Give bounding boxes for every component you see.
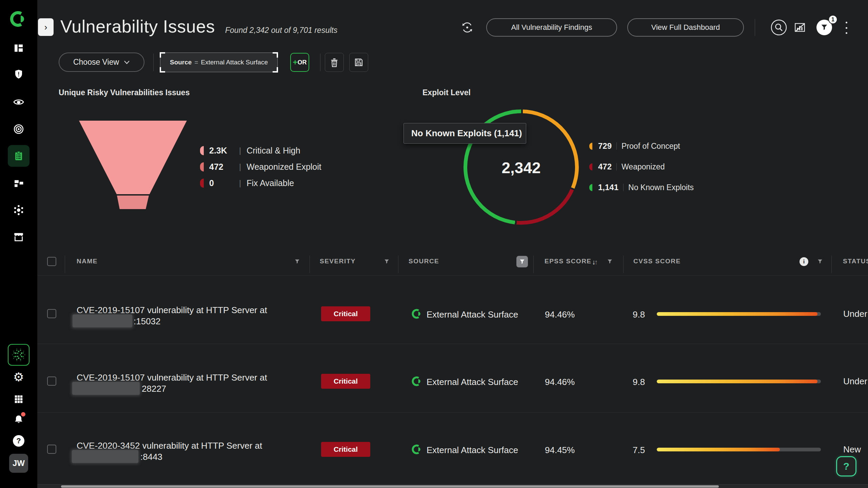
gear-icon[interactable]: ⚙ — [13, 371, 25, 383]
ai-radar-icon[interactable] — [8, 344, 29, 366]
redacted-host — [72, 450, 138, 463]
notification-dot — [21, 412, 25, 416]
stat-separator: | — [239, 146, 241, 155]
funnel-chart[interactable] — [79, 121, 187, 209]
help-button[interactable]: ? — [836, 456, 856, 476]
funnel-stat-weaponized: 472 | Weaponized Exploit — [200, 162, 321, 172]
donut-tooltip: No Known Exploits (1,141) — [403, 123, 526, 144]
epss-score-cell: 94.46% — [545, 309, 575, 320]
row-checkbox[interactable] — [47, 309, 56, 318]
status-cell: Under I — [843, 372, 868, 390]
name-filter-funnel-icon[interactable] — [294, 258, 300, 265]
vulnerability-name-suffix[interactable]: :15032 — [134, 316, 161, 327]
column-header-status[interactable]: STATUS — [843, 258, 868, 265]
column-header-name[interactable]: NAME — [77, 258, 98, 265]
expand-sidebar-button[interactable]: › — [38, 18, 54, 36]
cvss-score-bar — [657, 448, 821, 451]
chart-edit-icon[interactable] — [793, 20, 807, 35]
source-cell: External Attack Surface — [427, 377, 518, 387]
column-header-source[interactable]: SOURCE — [409, 258, 439, 265]
vulnerability-name-line1[interactable]: CVE-2019-15107 vulnerability at HTTP Ser… — [77, 305, 267, 316]
severity-badge: Critical — [321, 374, 370, 389]
legend-marker — [589, 163, 592, 170]
chip-corner — [160, 67, 165, 73]
status-cell: Under I — [843, 305, 868, 323]
column-divider — [398, 256, 398, 273]
target-icon[interactable] — [13, 123, 25, 135]
legend-weaponized[interactable]: 472 Weaponized — [589, 162, 665, 171]
choose-view-label: Choose View — [73, 58, 119, 67]
delete-filters-button[interactable] — [325, 53, 344, 72]
stat-label: Critical & High — [246, 146, 300, 156]
filter-bar-divider — [153, 54, 154, 71]
column-header-epss[interactable]: EPSS SCORE — [545, 258, 592, 265]
source-filter-active-funnel-icon[interactable] — [516, 256, 528, 267]
row-checkbox[interactable] — [47, 445, 56, 454]
stat-marker — [200, 146, 204, 155]
stat-value: 0 — [209, 178, 234, 188]
cluster-icon[interactable] — [13, 204, 25, 216]
vulnerability-name-suffix[interactable]: :8443 — [140, 452, 162, 462]
cvss-filter-funnel-icon[interactable] — [816, 258, 823, 265]
column-header-severity[interactable]: SEVERITY — [320, 258, 356, 265]
save-view-button[interactable] — [349, 53, 368, 72]
funnel-segment-critical-high[interactable] — [79, 121, 187, 194]
brand-logo-icon[interactable] — [10, 10, 27, 28]
vulnerability-name-suffix[interactable]: 28227 — [142, 384, 166, 394]
donut-total: 2,342 — [463, 159, 579, 177]
column-header-cvss[interactable]: CVSS SCORE — [633, 258, 681, 265]
add-or-filter-button[interactable]: + OR — [290, 53, 309, 72]
apps-grid-icon[interactable] — [13, 393, 25, 405]
cvss-info-icon[interactable]: i — [800, 257, 808, 266]
search-icon[interactable] — [770, 19, 787, 36]
row-checkbox[interactable] — [47, 377, 56, 386]
source-logo-icon — [412, 308, 422, 321]
brand-logo-glyph — [10, 10, 27, 28]
chevron-down-icon — [124, 60, 130, 64]
shield-alert-icon[interactable] — [13, 68, 25, 80]
stat-value: 472 — [209, 162, 234, 172]
avatar[interactable]: JW — [9, 454, 28, 473]
column-divider — [310, 256, 310, 273]
vulnerability-name-line1[interactable]: CVE-2020-3452 vulnerability at HTTP Serv… — [77, 441, 262, 451]
legend-no-known-exploits[interactable]: 1,141 No Known Exploits — [589, 183, 694, 192]
vulnerability-name-line1[interactable]: CVE-2019-15107 vulnerability at HTTP Ser… — [77, 372, 267, 383]
all-vulnerability-findings-button[interactable]: All Vulnerability Findings — [486, 18, 617, 37]
epss-sort-icon[interactable]: ↓↑ — [592, 258, 597, 266]
source-logo-icon — [412, 376, 422, 388]
refresh-icon[interactable] — [461, 21, 474, 34]
help-icon[interactable]: ? — [13, 435, 25, 447]
filter-count-badge: 1 — [828, 15, 837, 24]
column-divider — [831, 256, 832, 273]
legend-proof-of-concept[interactable]: 729 Proof of Concept — [589, 141, 680, 151]
header-underline — [37, 275, 868, 276]
legend-divider — [623, 184, 624, 191]
eye-icon[interactable] — [13, 96, 25, 108]
select-all-checkbox[interactable] — [47, 257, 56, 266]
cvss-score-bar — [657, 380, 821, 383]
sidebar-item-vulnerabilities-active[interactable] — [8, 145, 29, 167]
legend-label: Proof of Concept — [622, 142, 680, 151]
source-cell: External Attack Surface — [427, 309, 518, 320]
row-separator — [37, 344, 868, 344]
chip-corner — [273, 67, 278, 73]
hscrollbar-thumb[interactable] — [61, 485, 719, 488]
funnel-segment-weaponized[interactable] — [79, 196, 187, 209]
choose-view-dropdown[interactable]: Choose View — [59, 53, 144, 72]
view-full-dashboard-button[interactable]: View Full Dashboard — [627, 18, 744, 37]
severity-filter-funnel-icon[interactable] — [383, 258, 390, 265]
help-glyph: ? — [13, 435, 24, 447]
kebab-menu-icon[interactable] — [844, 22, 849, 34]
epss-filter-funnel-icon[interactable] — [606, 258, 613, 265]
filter-bar-divider2 — [320, 54, 320, 71]
storefront-icon[interactable] — [13, 231, 25, 243]
panels-icon[interactable] — [13, 42, 25, 54]
blocks-icon[interactable] — [13, 177, 25, 189]
notifications-bell-icon[interactable] — [13, 413, 25, 426]
legend-divider — [616, 142, 617, 150]
chip-operator: = — [194, 59, 198, 66]
severity-badge: Critical — [321, 306, 370, 321]
filter-chip-source[interactable]: Source = External Attack Surface — [160, 53, 278, 72]
epss-score-cell: 94.45% — [545, 445, 575, 455]
page-title: Vulnerability Issues — [60, 16, 215, 37]
